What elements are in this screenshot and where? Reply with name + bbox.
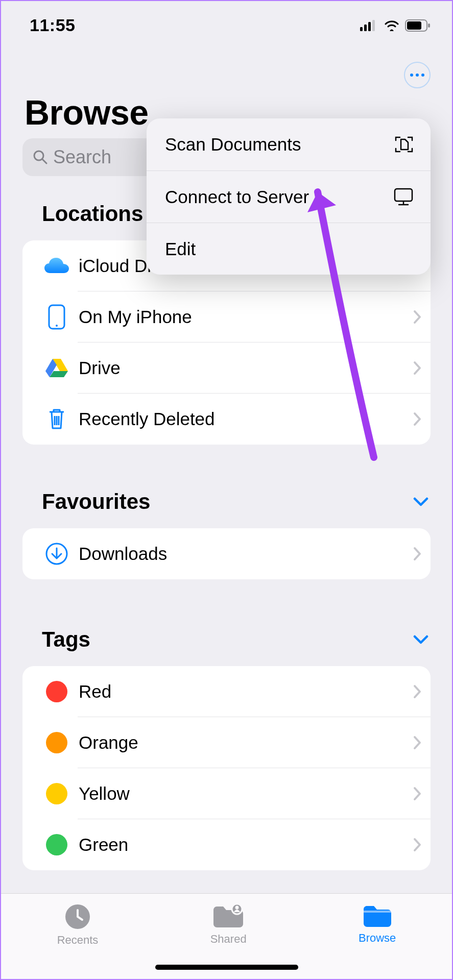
- scan-document-icon: [394, 134, 414, 155]
- status-bar: 11:55: [1, 1, 452, 35]
- chevron-down-icon: [413, 497, 428, 507]
- menu-item-label: Connect to Server: [165, 187, 309, 207]
- list-item-label: Orange: [79, 732, 413, 753]
- wifi-icon: [384, 20, 400, 31]
- section-header-tags[interactable]: Tags: [1, 627, 452, 652]
- tag-color-icon: [35, 834, 79, 855]
- battery-icon: [405, 19, 431, 32]
- tag-color-icon: [35, 681, 79, 702]
- tab-shared[interactable]: Shared: [210, 903, 247, 946]
- section-title-locations: Locations: [42, 202, 143, 226]
- status-right: [360, 19, 431, 32]
- tags-item-yellow[interactable]: Yellow: [22, 768, 431, 819]
- menu-item-label: Scan Documents: [165, 134, 301, 155]
- trash-icon: [35, 407, 79, 431]
- list-item-label: Yellow: [79, 783, 413, 804]
- favourites-item-downloads[interactable]: Downloads: [22, 528, 431, 579]
- svg-line-8: [42, 159, 46, 163]
- svg-rect-2: [368, 22, 371, 31]
- tag-color-icon: [35, 783, 79, 804]
- chevron-right-icon: [413, 838, 421, 852]
- list-item-label: Drive: [79, 358, 413, 378]
- download-circle-icon: [35, 542, 79, 566]
- search-icon: [33, 150, 48, 165]
- section-title-favourites: Favourites: [42, 489, 150, 514]
- list-item-label: Downloads: [79, 544, 413, 564]
- chevron-down-icon: [413, 634, 428, 645]
- icloud-icon: [35, 257, 79, 275]
- menu-item-label: Edit: [165, 239, 196, 259]
- tags-item-orange[interactable]: Orange: [22, 717, 431, 768]
- tags-item-red[interactable]: Red: [22, 666, 431, 717]
- svg-rect-3: [372, 20, 375, 31]
- status-time: 11:55: [30, 15, 75, 35]
- menu-item-edit[interactable]: Edit: [147, 223, 431, 275]
- svg-rect-1: [364, 24, 367, 31]
- iphone-icon: [35, 304, 79, 330]
- list-item-label: On My iPhone: [79, 307, 413, 327]
- chevron-right-icon: [413, 412, 421, 426]
- svg-point-25: [235, 906, 239, 910]
- folder-icon: [362, 903, 393, 928]
- chevron-right-icon: [413, 310, 421, 324]
- locations-item-on-my-iphone[interactable]: On My iPhone: [22, 291, 431, 342]
- svg-rect-0: [360, 27, 363, 31]
- section-header-favourites[interactable]: Favourites: [1, 489, 452, 514]
- chevron-right-icon: [413, 684, 421, 699]
- shared-folder-icon: [211, 903, 245, 929]
- tab-label: Shared: [210, 933, 247, 946]
- tab-label: Browse: [359, 932, 396, 945]
- section-title-tags: Tags: [42, 627, 90, 652]
- context-menu: Scan Documents Connect to Server Edit: [147, 118, 431, 275]
- svg-rect-5: [407, 21, 421, 30]
- tab-browse[interactable]: Browse: [359, 903, 396, 945]
- locations-item-drive[interactable]: Drive: [22, 342, 431, 394]
- search-placeholder: Search: [53, 146, 111, 168]
- tag-color-icon: [35, 732, 79, 753]
- list-item-label: Red: [79, 681, 413, 702]
- menu-item-scan-documents[interactable]: Scan Documents: [147, 118, 431, 170]
- chevron-right-icon: [413, 547, 421, 561]
- svg-rect-6: [428, 23, 430, 28]
- google-drive-icon: [35, 358, 79, 378]
- nav-bar: [1, 35, 452, 88]
- list-item-label: Green: [79, 835, 413, 855]
- favourites-list: Downloads: [22, 528, 431, 579]
- home-indicator[interactable]: [155, 965, 298, 970]
- svg-rect-26: [364, 911, 391, 913]
- clock-icon: [64, 903, 91, 930]
- tags-list: Red Orange Yellow Green: [22, 666, 431, 870]
- locations-item-recently-deleted[interactable]: Recently Deleted: [22, 394, 431, 445]
- chevron-right-icon: [413, 361, 421, 375]
- menu-item-connect-to-server[interactable]: Connect to Server: [147, 170, 431, 223]
- chevron-right-icon: [413, 736, 421, 750]
- tab-label: Recents: [57, 934, 99, 947]
- svg-rect-19: [395, 189, 412, 201]
- cellular-icon: [360, 20, 378, 31]
- chevron-right-icon: [413, 787, 421, 801]
- server-monitor-icon: [393, 187, 414, 207]
- tags-item-green[interactable]: Green: [22, 819, 431, 870]
- list-item-label: Recently Deleted: [79, 409, 413, 429]
- svg-point-10: [56, 325, 58, 327]
- more-menu-button[interactable]: [404, 62, 431, 88]
- tab-recents[interactable]: Recents: [57, 903, 99, 947]
